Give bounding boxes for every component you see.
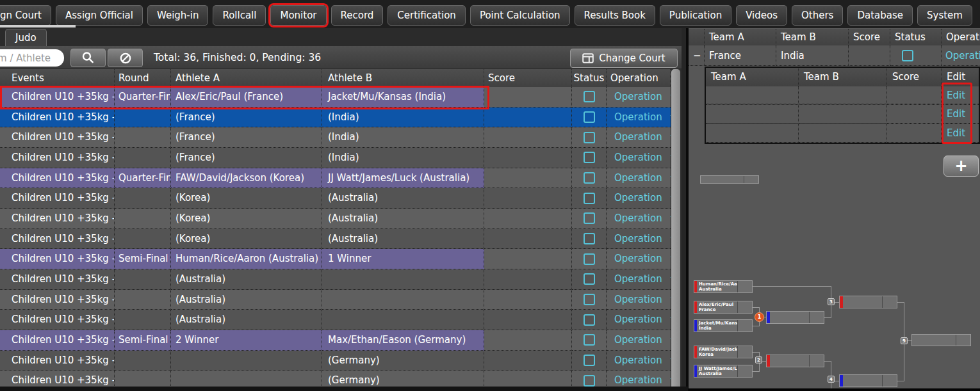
event-cell: Children U10 +35kg - (0, 209, 115, 229)
match-table-header: Events Round Athlete A Athlete B Score S… (0, 69, 671, 87)
collapse-icon[interactable]: − (693, 45, 701, 66)
bracket-winner-m2[interactable] (766, 355, 824, 367)
edit-link[interactable]: Edit (947, 108, 965, 120)
operation-dropdown[interactable]: Operation (610, 188, 671, 207)
status-checkbox[interactable] (584, 314, 595, 326)
scrollbar-thumb[interactable] (671, 69, 680, 387)
table-row[interactable]: Children U10 +35kg - (France) (India) Op… (0, 108, 671, 128)
status-checkbox[interactable] (584, 212, 595, 224)
operation-cell: Operation (607, 209, 671, 229)
round-cell: Quarter-Final (115, 168, 171, 189)
status-checkbox[interactable] (584, 172, 595, 184)
clear-search-button[interactable] (108, 49, 143, 67)
nav-tab-system[interactable]: System (917, 5, 972, 26)
bracket-team-human[interactable]: Human/Rice/AaronAustralia (694, 280, 753, 293)
status-checkbox[interactable] (584, 132, 595, 143)
athlete-a-cell: Alex/Eric/Paul (France) (171, 87, 322, 108)
operation-dropdown[interactable]: Operation (610, 310, 671, 329)
table-row[interactable]: Children U10 +35kg - (Australia) Operati… (0, 290, 671, 310)
table-row[interactable]: Children U10 +35kg - (Germany) Operation (0, 351, 671, 371)
match-badge-3: 3 (828, 298, 835, 305)
status-checkbox[interactable] (584, 253, 595, 265)
operation-dropdown[interactable]: Operation (610, 249, 671, 268)
nav-tab-rollcall[interactable]: Rollcall (213, 5, 266, 26)
search-button[interactable] (70, 49, 106, 67)
operation-dropdown[interactable]: Operation (610, 108, 671, 127)
nav-tab-database[interactable]: Database (847, 5, 913, 26)
edit-link[interactable]: Edit (947, 90, 965, 101)
nav-tab-point-calculation[interactable]: Point Calculation (470, 5, 570, 26)
add-bracket-button[interactable]: + (943, 156, 979, 177)
search-input[interactable] (0, 49, 64, 67)
tab-judo[interactable]: Judo (5, 29, 47, 46)
table-row[interactable]: Children U10 +35kg - (Korea) (Australia)… (0, 209, 671, 229)
operation-dropdown[interactable]: Operation (610, 229, 671, 248)
athlete-b-cell: JJ Watt/James/Luck (Australia) (322, 168, 484, 189)
operation-label: Operation (614, 168, 662, 188)
table-row[interactable]: Children U10 +35kg - (Korea) (Australia)… (0, 188, 671, 209)
operation-dropdown[interactable]: Operation (610, 127, 671, 147)
table-row[interactable]: Children U10 +35kg - Quarter-Final FAW/D… (0, 168, 671, 189)
status-checkbox[interactable] (584, 233, 595, 244)
table-row[interactable]: Children U10 +35kg - (France) (India) Op… (0, 127, 671, 148)
team-operation-dropdown[interactable]: Operation (942, 45, 980, 66)
change-court-button[interactable]: Change Court (570, 49, 678, 68)
sub-team-b (799, 105, 887, 123)
bracket-team-jjwatt[interactable]: JJ Watt/James/LuckAustralia (694, 365, 753, 378)
table-row[interactable]: Children U10 +35kg - (Australia) Operati… (0, 310, 671, 330)
status-checkbox[interactable] (584, 152, 595, 163)
nav-tab-record[interactable]: Record (331, 5, 384, 26)
event-cell: Children U10 +35kg - (0, 108, 115, 128)
status-checkbox[interactable] (584, 273, 595, 285)
status-checkbox[interactable] (584, 355, 595, 366)
round-cell (115, 351, 171, 371)
table-row[interactable]: Children U10 +35kg - Semi-Final 2 Winner… (0, 330, 671, 351)
table-row[interactable]: Children U10 +35kg - (Australia) Operati… (0, 269, 671, 290)
bracket-winner-m1[interactable] (766, 311, 824, 324)
nav-tab-videos[interactable]: Videos (736, 5, 787, 26)
team-status-checkbox[interactable] (902, 50, 913, 61)
operation-dropdown[interactable]: Operation (610, 351, 671, 370)
status-checkbox[interactable] (584, 193, 595, 204)
nav-tab-certification[interactable]: Certification (388, 5, 466, 26)
status-checkbox[interactable] (584, 91, 595, 102)
operation-dropdown[interactable]: Operation (610, 87, 671, 106)
athlete-b-cell (322, 269, 484, 290)
bracket-final-box[interactable] (911, 334, 971, 346)
operation-cell: Operation (607, 229, 671, 250)
match-badge-final: 9 (901, 337, 908, 344)
operation-dropdown[interactable]: Operation (610, 168, 671, 188)
bracket-team-jacket[interactable]: Jacket/Mu/KansasIndia (694, 319, 753, 332)
table-row[interactable]: Children U10 +35kg - (France) (India) Op… (0, 148, 671, 168)
match-summary: Total: 36, Finished: 0, Pending: 36 (154, 46, 321, 69)
nav-tab-results-book[interactable]: Results Book (575, 5, 655, 26)
nav-tab-publication[interactable]: Publication (660, 5, 731, 26)
nav-tab-others[interactable]: Others (792, 5, 843, 26)
nav-tab-monitor[interactable]: Monitor (270, 5, 326, 26)
chevron-down-icon (670, 216, 671, 220)
operation-dropdown[interactable]: Operation (610, 290, 671, 309)
table-row[interactable]: Children U10 +35kg - Quarter-Final Alex/… (0, 87, 671, 108)
status-checkbox[interactable] (584, 294, 595, 305)
bracket-team-alex[interactable]: Alex/Eric/PaulFrance (694, 301, 753, 314)
vertical-scrollbar[interactable] (671, 69, 682, 391)
app-window: gn Court Assign Official Weigh-in Rollca… (0, 0, 980, 391)
operation-label: Operation (614, 330, 662, 349)
bracket-team-faw[interactable]: FAW/David/JacksonKorea (694, 346, 753, 358)
status-checkbox[interactable] (584, 111, 595, 123)
nav-tab-weigh-in[interactable]: Weigh-in (147, 5, 208, 26)
operation-dropdown[interactable]: Operation (610, 330, 671, 349)
team-match-row[interactable]: − France India Operation (689, 45, 980, 66)
nav-tab-assign-court[interactable]: gn Court (0, 5, 51, 26)
operation-dropdown[interactable]: Operation (610, 209, 671, 228)
table-row[interactable]: Children U10 +35kg - (Korea) (Australia)… (0, 229, 671, 250)
operation-dropdown[interactable]: Operation (610, 148, 671, 167)
table-row[interactable]: Children U10 +35kg - Semi-Final Human/Ri… (0, 249, 671, 269)
nav-tab-assign-official[interactable]: Assign Official (56, 5, 143, 26)
bracket-winner-m4[interactable] (839, 374, 897, 387)
status-checkbox[interactable] (584, 375, 595, 387)
operation-dropdown[interactable]: Operation (610, 269, 671, 289)
edit-link[interactable]: Edit (947, 127, 965, 139)
bracket-winner-m3[interactable] (839, 296, 897, 308)
status-checkbox[interactable] (584, 334, 595, 346)
